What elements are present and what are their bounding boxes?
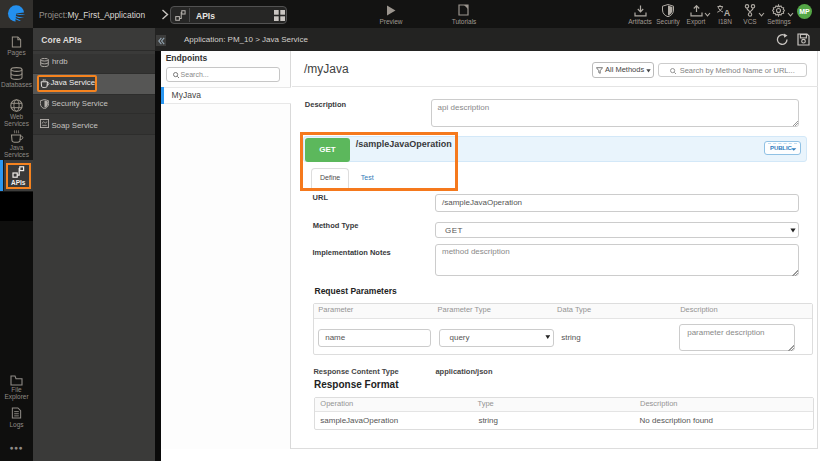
svg-text:A: A (724, 8, 731, 17)
